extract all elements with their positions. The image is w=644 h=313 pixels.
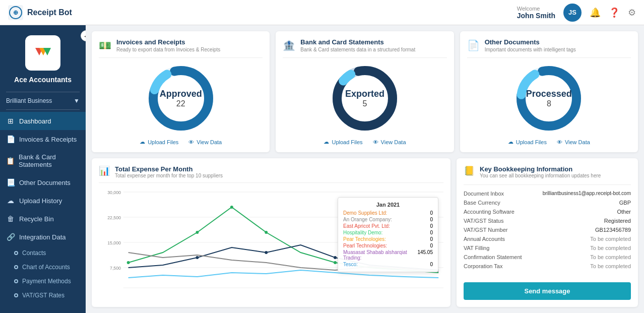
bank-card: 🏦 Bank and Card Statements Bank & Card s… (276, 31, 454, 152)
invoices-card-subtitle: Ready to export data from Invoices & Rec… (116, 47, 220, 52)
other-docs-card-header: 📄 Other Documents Important documents wi… (467, 38, 631, 52)
invoices-icon: 📄 (6, 135, 15, 143)
sidebar-item-other-docs[interactable]: 📃 Other Documents (0, 173, 86, 192)
avatar[interactable]: JS (563, 4, 582, 22)
send-message-button[interactable]: Send message (464, 282, 631, 300)
bank-divider (283, 57, 446, 58)
bookkeeping-title: Key Bookkeeping Information (480, 165, 601, 173)
sub-dot-payment (14, 279, 18, 283)
view-data-icon: 👁 (188, 139, 194, 145)
tooltip-row-3: Hospitality Demo: 0 (343, 229, 433, 236)
chart-card: 📊 Total Expense Per Month Total expense … (92, 158, 450, 307)
info-row-4: VAT/GST Number GB123456789 (464, 225, 631, 234)
sidebar-item-vat-gst-rates[interactable]: VAT/GST Rates (0, 288, 86, 302)
sub-dot-vat (14, 293, 18, 297)
sidebar-item-chart-of-accounts[interactable]: Chart of Accounts (0, 260, 86, 274)
invoices-card-title: Invoices and Receipts (116, 38, 220, 46)
upload-files-icon: ☁ (140, 139, 145, 145)
svg-text:7,500: 7,500 (110, 266, 121, 271)
chart-icon: 📊 (99, 165, 110, 176)
bank-card-title: Bank and Card Statements (300, 38, 415, 46)
info-row-2: Accounting Software Other (464, 207, 631, 216)
bookkeeping-header: 📒 Key Bookkeeping Information You can se… (464, 165, 631, 178)
sidebar-item-contacts[interactable]: Contacts (0, 246, 86, 260)
other-docs-actions: ☁ Upload Files 👁 View Data (508, 139, 590, 145)
tooltip-title: Jan 2021 (343, 202, 433, 208)
summary-cards-row: 💵 Invoices and Receipts Ready to export … (92, 31, 638, 152)
org-selector[interactable]: Brilliant Business ▼ (0, 94, 86, 107)
svg-point-29 (196, 256, 199, 259)
svg-point-25 (196, 231, 199, 234)
dashboard-icon: ⊞ (6, 117, 15, 125)
svg-point-30 (265, 251, 268, 254)
invoices-upload-btn[interactable]: ☁ Upload Files (140, 139, 178, 145)
invoices-divider (99, 57, 263, 58)
bottom-row: 📊 Total Expense Per Month Total expense … (92, 158, 638, 307)
chart-subtitle: Total expense per month for the top 10 s… (115, 173, 223, 178)
sub-dot-contacts (14, 251, 18, 255)
bank-upload-btn[interactable]: ☁ Upload Files (324, 139, 362, 145)
sidebar-item-recycle[interactable]: 🗑 Recycle Bin (0, 210, 86, 228)
other-docs-view-btn[interactable]: 👁 View Data (557, 139, 590, 145)
bank-status: Exported (345, 89, 384, 99)
info-row-3: VAT/GST Status Registered (464, 216, 631, 225)
top-nav-right: Welcome John Smith JS 🔔 ❓ ⚙ (517, 4, 636, 22)
info-row-8: Corporation Tax To be completed (464, 262, 631, 271)
info-row-7: Confirmation Statement To be completed (464, 253, 631, 262)
chart-header: 📊 Total Expense Per Month Total expense … (99, 165, 443, 178)
invoices-donut: Approved 22 (146, 63, 216, 134)
sidebar-item-invoices[interactable]: 📄 Invoices & Receipts (0, 130, 86, 148)
chart-divider (99, 182, 443, 183)
chevron-down-icon: ▼ (74, 97, 80, 104)
tooltip-row-2: East Apricot Pvt. Ltd: 0 (343, 223, 433, 229)
info-row-0: Document Inbox brilliantbusiness1@app.re… (464, 189, 631, 198)
svg-point-26 (230, 206, 233, 209)
other-docs-card-icon: 📄 (467, 39, 480, 51)
bank-card-icon: 🏦 (283, 39, 295, 51)
bank-donut: Exported 5 (330, 63, 400, 134)
other-docs-donut: Processed 8 (513, 63, 584, 134)
svg-text:15,000: 15,000 (107, 240, 121, 245)
bell-icon[interactable]: 🔔 (590, 7, 601, 18)
other-upload-icon: ☁ (508, 139, 513, 145)
svg-text:22,500: 22,500 (107, 215, 121, 220)
user-info: Welcome John Smith (517, 6, 555, 20)
sidebar-item-upload[interactable]: ☁ Upload History (0, 192, 86, 210)
invoices-actions: ☁ Upload Files 👁 View Data (140, 139, 222, 145)
bank-card-subtitle: Bank & Card statements data in a structu… (300, 47, 415, 52)
bookkeeping-subtitle: You can see all bookkeeping information … (480, 173, 601, 178)
bank-upload-icon: ☁ (324, 139, 329, 145)
other-docs-upload-btn[interactable]: ☁ Upload Files (508, 139, 547, 145)
upload-icon: ☁ (6, 197, 15, 205)
chart-tooltip: Jan 2021 Demo Supplies Ltd: 0 An Orange … (338, 197, 438, 272)
sidebar-divider-2 (6, 109, 80, 110)
svg-text:30,000: 30,000 (107, 190, 121, 195)
sidebar-item-bank[interactable]: 📋 Bank & Card Statements (0, 148, 86, 173)
svg-text:⊕: ⊕ (13, 9, 18, 16)
other-docs-card-subtitle: Important documents with intelligent tag… (485, 47, 576, 52)
company-logo-icon (30, 43, 55, 63)
other-docs-card: 📄 Other Documents Important documents wi… (460, 31, 638, 152)
other-docs-card-title: Other Documents (485, 38, 576, 46)
sidebar-item-payment-methods[interactable]: Payment Methods (0, 274, 86, 288)
main-content: 💵 Invoices and Receipts Ready to export … (86, 25, 644, 313)
integration-icon: 🔗 (6, 233, 15, 241)
info-row-6: VAT Filling To be completed (464, 243, 631, 253)
bookkeeping-icon: 📒 (464, 165, 475, 176)
help-icon[interactable]: ❓ (609, 7, 620, 18)
bank-icon: 📋 (6, 157, 15, 165)
info-row-5: Annual Accounts To be completed (464, 234, 631, 243)
main-layout: ◀ Ace Accountants Brilliant Business ▼ ⊞… (0, 25, 644, 313)
bank-view-btn[interactable]: 👁 View Data (373, 139, 406, 145)
sidebar-item-dashboard[interactable]: ⊞ Dashboard (0, 112, 86, 130)
sidebar-item-integration[interactable]: 🔗 Integration Data (0, 228, 86, 246)
tooltip-row-4: Pear Technologies: 0 (343, 236, 433, 242)
svg-point-24 (127, 261, 130, 264)
tooltip-row-1: An Orange Company: 0 (343, 216, 433, 223)
settings-icon[interactable]: ⚙ (628, 7, 636, 18)
company-name: Ace Accountants (14, 76, 72, 84)
bank-card-header: 🏦 Bank and Card Statements Bank & Card s… (283, 38, 446, 52)
invoices-card-header: 💵 Invoices and Receipts Ready to export … (99, 38, 263, 52)
bookkeeping-card: 📒 Key Bookkeeping Information You can se… (457, 158, 638, 307)
invoices-view-btn[interactable]: 👁 View Data (188, 139, 222, 145)
